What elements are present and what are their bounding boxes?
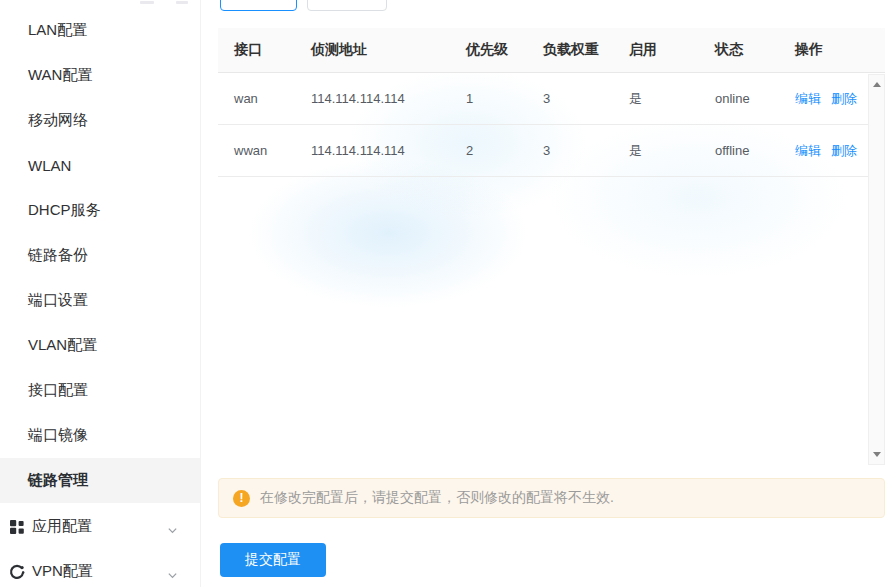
cell-enabled: 是 (613, 90, 699, 108)
column-header-actions: 操作 (779, 41, 885, 59)
cell-probe-address: 114.114.114.114 (295, 143, 450, 158)
sidebar-group-vpn-config[interactable]: VPN配置 (0, 549, 200, 587)
cell-load-weight: 3 (527, 91, 613, 106)
app-grid-icon (8, 518, 25, 535)
sidebar-menu: LAN配置 WAN配置 移动网络 WLAN DHCP服务 链路备份 端口设置 V… (0, 8, 200, 503)
cell-interface: wwan (218, 143, 295, 158)
sidebar-item-wan-config[interactable]: WAN配置 (0, 53, 200, 98)
column-header-priority: 优先级 (450, 41, 527, 59)
column-header-status: 状态 (699, 41, 779, 59)
cell-priority: 2 (450, 143, 527, 158)
chevron-down-icon (167, 522, 178, 533)
sidebar-item-lan-config[interactable]: LAN配置 (0, 8, 200, 53)
top-button-primary-clipped[interactable] (220, 0, 297, 11)
link-table: 接口 侦测地址 优先级 负载权重 启用 状态 操作 wan 114.114.11… (218, 28, 885, 465)
sidebar: LAN配置 WAN配置 移动网络 WLAN DHCP服务 链路备份 端口设置 V… (0, 0, 201, 587)
table-row: wwan 114.114.114.114 2 3 是 offline 编辑删除 (218, 125, 885, 177)
vpn-icon (8, 563, 25, 580)
clipped-menu-item-remnant (140, 1, 195, 5)
cell-load-weight: 3 (527, 143, 613, 158)
sidebar-item-vlan-config[interactable]: VLAN配置 (0, 323, 200, 368)
edit-link[interactable]: 编辑 (795, 91, 821, 106)
sidebar-item-dhcp-service[interactable]: DHCP服务 (0, 188, 200, 233)
sidebar-item-link-management[interactable]: 链路管理 (0, 458, 200, 503)
sidebar-item-wlan[interactable]: WLAN (0, 143, 200, 188)
sidebar-item-port-mirroring[interactable]: 端口镜像 (0, 413, 200, 458)
delete-link[interactable]: 删除 (831, 143, 857, 158)
sidebar-item-mobile-network[interactable]: 移动网络 (0, 98, 200, 143)
scroll-down-arrow-icon[interactable] (873, 452, 881, 457)
edit-link[interactable]: 编辑 (795, 143, 821, 158)
column-header-interface: 接口 (218, 41, 295, 59)
link-management-page: LAN配置 WAN配置 移动网络 WLAN DHCP服务 链路备份 端口设置 V… (0, 0, 885, 587)
sidebar-group-app-config[interactable]: 应用配置 (0, 504, 200, 549)
column-header-probe-address: 侦测地址 (295, 41, 450, 59)
table-scrollbar[interactable] (868, 74, 885, 465)
column-header-load-weight: 负载权重 (527, 41, 613, 59)
alert-message: 在修改完配置后，请提交配置，否则修改的配置将不生效. (260, 489, 614, 507)
delete-link[interactable]: 删除 (831, 91, 857, 106)
sidebar-item-port-settings[interactable]: 端口设置 (0, 278, 200, 323)
sidebar-group-label: 应用配置 (32, 517, 92, 536)
submit-config-button[interactable]: 提交配置 (220, 543, 326, 577)
column-header-enabled: 启用 (613, 41, 699, 59)
cell-interface: wan (218, 91, 295, 106)
table-header-row: 接口 侦测地址 优先级 负载权重 启用 状态 操作 (218, 28, 885, 73)
cell-enabled: 是 (613, 142, 699, 160)
chevron-down-icon (167, 567, 178, 578)
exclamation-circle-icon: ! (233, 490, 250, 507)
sidebar-item-interface-config[interactable]: 接口配置 (0, 368, 200, 413)
top-button-secondary-clipped[interactable] (307, 0, 387, 11)
submit-warning-alert: ! 在修改完配置后，请提交配置，否则修改的配置将不生效. (218, 478, 885, 518)
background-watermark (248, 158, 528, 308)
sidebar-group-label: VPN配置 (32, 562, 93, 581)
table-row: wan 114.114.114.114 1 3 是 online 编辑删除 (218, 73, 885, 125)
cell-probe-address: 114.114.114.114 (295, 91, 450, 106)
scroll-up-arrow-icon[interactable] (873, 82, 881, 87)
cell-status: online (699, 91, 779, 106)
cell-priority: 1 (450, 91, 527, 106)
sidebar-item-link-backup[interactable]: 链路备份 (0, 233, 200, 278)
cell-status: offline (699, 143, 779, 158)
